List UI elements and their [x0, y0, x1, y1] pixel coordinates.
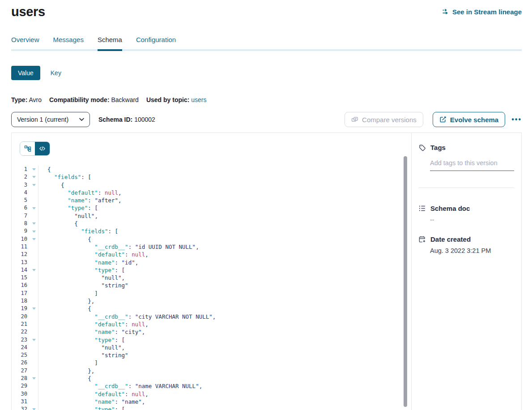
fold-cell: [30, 189, 38, 196]
tab-overview[interactable]: Overview: [11, 36, 39, 49]
fold-cell: [30, 251, 38, 258]
code-text: "string": [38, 351, 128, 359]
fold-toggle-icon[interactable]: [32, 168, 36, 171]
fold-toggle-icon[interactable]: [32, 231, 36, 233]
line-number: 21: [12, 320, 30, 328]
evolve-schema-button[interactable]: Evolve schema: [433, 112, 505, 127]
fold-toggle-icon[interactable]: [32, 238, 36, 240]
code-text: "type": [: [38, 204, 98, 212]
code-view-button[interactable]: [35, 142, 50, 155]
code-line: 25 "string": [12, 351, 411, 359]
code-line: 15 "null",: [12, 274, 411, 282]
tab-schema[interactable]: Schema: [98, 36, 122, 49]
code-line: 19 {: [12, 305, 411, 312]
more-actions-button[interactable]: •••: [511, 115, 522, 124]
fold-cell: [30, 406, 38, 410]
code-view-icon: [39, 145, 46, 152]
fold-cell: [30, 266, 38, 274]
line-number: 25: [12, 351, 30, 359]
line-number: 24: [12, 344, 30, 351]
meta-topic-label: Used by topic:: [146, 96, 189, 103]
code-text: "name": "city",: [38, 328, 145, 336]
tab-messages[interactable]: Messages: [53, 36, 84, 49]
fold-cell: [30, 196, 38, 204]
page-title: users: [11, 4, 45, 19]
fold-toggle-icon[interactable]: [32, 176, 36, 178]
fold-cell: [30, 290, 38, 297]
page-header: users See in Stream lineage: [11, 0, 522, 20]
code-line: 14 "type": [: [12, 266, 411, 274]
code-line: 13 "name": "id",: [12, 259, 411, 266]
line-number: 7: [12, 212, 30, 220]
fold-cell: [30, 173, 38, 181]
code-line: 17 ]: [12, 290, 411, 297]
code-line: 11 "__crdb__": "id UUID NOT NULL",: [12, 243, 411, 251]
meta-compat-label: Compatibility mode:: [49, 96, 110, 103]
schema-meta-row: Type: Avro Compatibility mode: Backward …: [11, 96, 522, 103]
code-text: "type": [: [38, 406, 125, 410]
fold-cell: [30, 166, 38, 173]
code-line: 27 },: [12, 367, 411, 375]
line-number: 9: [12, 227, 30, 235]
code-line: 12 "default": null,: [12, 251, 411, 258]
stream-lineage-link[interactable]: See in Stream lineage: [442, 8, 522, 16]
fold-toggle-icon[interactable]: [32, 207, 36, 209]
line-number: 31: [12, 398, 30, 406]
code-line: 5 "name": "after",: [12, 196, 411, 204]
vertical-scrollbar-thumb[interactable]: [404, 156, 407, 407]
line-number: 15: [12, 274, 30, 282]
compare-versions-button[interactable]: Compare versions: [345, 112, 423, 127]
fold-toggle-icon[interactable]: [32, 222, 36, 225]
tab-configuration[interactable]: Configuration: [136, 36, 176, 49]
fold-toggle-icon[interactable]: [32, 377, 36, 380]
code-text: "default": null,: [38, 390, 149, 398]
line-number: 19: [12, 305, 30, 312]
fold-cell: [30, 344, 38, 351]
code-text: "__crdb__": "id UUID NOT NULL",: [38, 243, 199, 251]
fold-cell: [30, 259, 38, 266]
code-line: 18 },: [12, 297, 411, 305]
fold-cell: [30, 398, 38, 406]
fold-cell: [30, 297, 38, 305]
code-line: 20 "__crdb__": "city VARCHAR NOT NULL",: [12, 313, 411, 320]
fold-cell: [30, 351, 38, 359]
line-number: 20: [12, 313, 30, 320]
code-text: "type": [: [38, 336, 125, 344]
key-toggle-link[interactable]: Key: [51, 69, 61, 77]
fold-toggle-icon[interactable]: [32, 408, 36, 410]
fold-toggle-icon[interactable]: [32, 269, 36, 271]
topic-link[interactable]: users: [191, 96, 206, 103]
chevron-down-icon: [79, 118, 84, 121]
fold-cell: [30, 220, 38, 227]
fold-toggle-icon[interactable]: [32, 308, 36, 310]
code-text: },: [38, 297, 94, 305]
code-text: "__crdb__": "city VARCHAR NOT NULL",: [38, 313, 216, 320]
schema-controls-row: Version 1 (current) Schema ID: 100002 Co…: [11, 112, 522, 127]
fold-cell: [30, 382, 38, 390]
code-text: "default": null,: [38, 251, 149, 258]
code-text: "null",: [38, 212, 98, 220]
code-line: 22 "name": "city",: [12, 328, 411, 336]
fold-cell: [30, 181, 38, 189]
code-line: 30 "default": null,: [12, 390, 411, 398]
code-line: 1{: [12, 166, 411, 173]
line-number: 4: [12, 189, 30, 196]
stream-lineage-icon: [442, 8, 449, 15]
schema-id-label: Schema ID:: [98, 116, 132, 123]
tree-view-button[interactable]: [20, 142, 35, 155]
code-text: "null",: [38, 274, 125, 282]
meta-used-by-topic: Used by topic: users: [146, 96, 207, 103]
code-text: "default": null,: [38, 189, 122, 196]
code-line: 23 "type": [: [12, 336, 411, 344]
schema-code-editor[interactable]: 1{2 "fields": [3 {4 "default": null,5 "n…: [12, 133, 411, 410]
evolve-schema-icon: [439, 116, 447, 123]
version-select[interactable]: Version 1 (current): [11, 112, 90, 127]
fold-toggle-icon[interactable]: [32, 184, 36, 186]
value-toggle-button[interactable]: Value: [11, 66, 40, 80]
line-number: 6: [12, 204, 30, 212]
add-tags-input[interactable]: [430, 159, 514, 171]
line-number: 29: [12, 382, 30, 390]
fold-toggle-icon[interactable]: [32, 339, 36, 341]
fold-cell: [30, 320, 38, 328]
line-number: 16: [12, 282, 30, 289]
